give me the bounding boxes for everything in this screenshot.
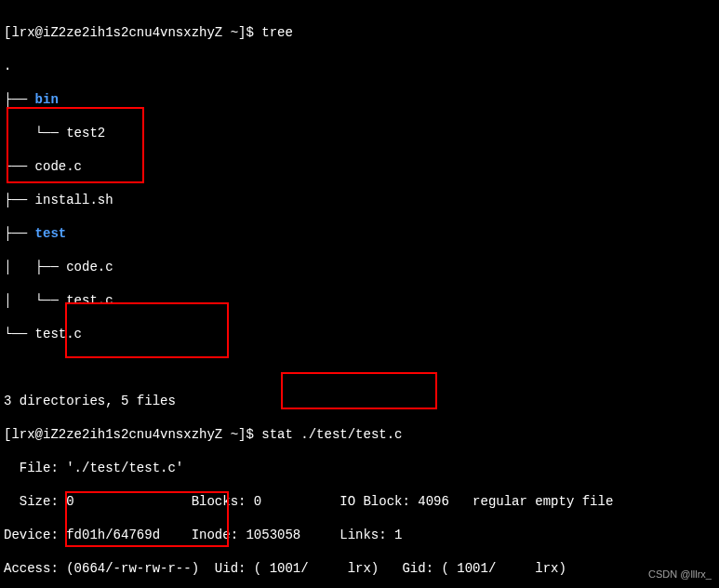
- stat1-perm: Access: (0664/-rw-rw-r--) Uid: ( 1001/ l…: [4, 560, 715, 577]
- tree-l4: ├── install.sh: [4, 192, 715, 208]
- cmd-tree: tree: [261, 25, 293, 40]
- tree-l8: └── test.c: [4, 326, 715, 342]
- prompt-line-tree: [lrx@iZ2ze2ih1s2cnu4vnsxzhyZ ~]$ tree: [4, 24, 715, 41]
- dir-bin: bin: [35, 92, 59, 107]
- tree-l3: ├── code.c: [4, 158, 715, 175]
- dir-test: test: [35, 226, 67, 241]
- blank-1: [4, 359, 715, 376]
- tree-l1: ├── bin: [4, 91, 715, 108]
- tree-l2: │ └── test2: [4, 125, 715, 141]
- stat1-file: File: './test/test.c': [4, 460, 715, 476]
- tree-l5: ├── test: [4, 225, 715, 242]
- stat1-device: Device: fd01h/64769d Inode: 1053058 Link…: [4, 527, 715, 543]
- tree-dot: .: [4, 58, 715, 74]
- terminal[interactable]: [lrx@iZ2ze2ih1s2cnu4vnsxzhyZ ~]$ tree . …: [0, 0, 719, 588]
- watermark: CSDN @lllrx_: [648, 566, 712, 582]
- tree-summary: 3 directories, 5 files: [4, 393, 715, 409]
- tree-l6: │ ├── code.c: [4, 259, 715, 275]
- tree-l7: │ └── test.c: [4, 292, 715, 309]
- cmd-stat1: stat ./test/test.c: [261, 427, 402, 442]
- prompt-close: ]$: [238, 25, 261, 40]
- prompt-user-host: lrx@iZ2ze2ih1s2cnu4vnsxzhyZ: [11, 25, 222, 40]
- file-test2: test2: [66, 126, 105, 140]
- prompt-line-stat1: [lrx@iZ2ze2ih1s2cnu4vnsxzhyZ ~]$ stat ./…: [4, 426, 715, 443]
- stat1-size: Size: 0 Blocks: 0 IO Block: 4096 regular…: [4, 493, 715, 510]
- prompt-path: ~: [222, 25, 238, 40]
